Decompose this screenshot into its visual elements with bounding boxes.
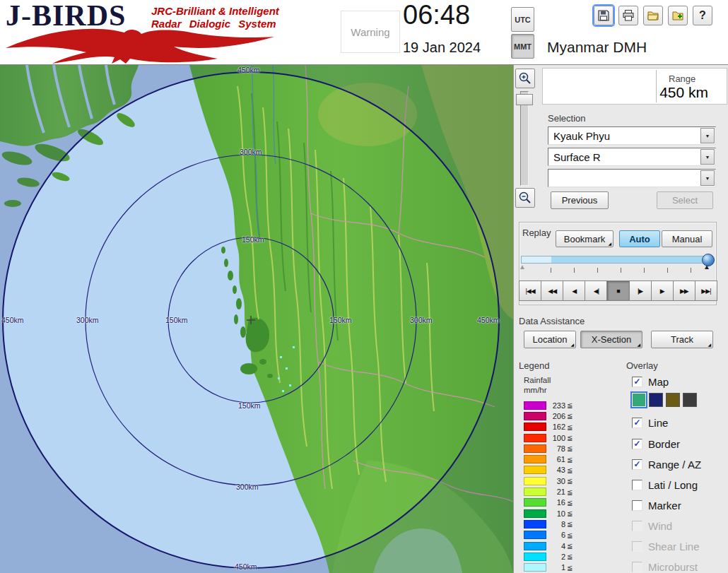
print-icon: [622, 9, 635, 22]
overlay-item-marker[interactable]: Marker: [632, 498, 681, 512]
overlay-item-microburst: Microburst: [632, 560, 698, 573]
checkbox-icon[interactable]: ✓: [632, 377, 642, 387]
chevron-down-icon[interactable]: ▼: [700, 128, 715, 143]
warning-label: Warning: [351, 26, 389, 38]
map-style-swatches: [632, 393, 700, 410]
x-section-button[interactable]: X-Section ◢: [580, 331, 642, 348]
warning-indicator: Warning: [341, 11, 400, 53]
legend-color-swatch: [524, 423, 546, 431]
range-ring-label: 300km: [410, 316, 433, 324]
auto-mode-button[interactable]: Auto: [619, 230, 660, 247]
overlay-item-line[interactable]: ✓Line: [632, 415, 668, 430]
transport-button-1[interactable]: ◀◀: [541, 280, 563, 301]
x-section-button-label: X-Section: [592, 334, 631, 345]
select-button[interactable]: Select: [657, 191, 713, 209]
legend-row: 21≦: [524, 486, 573, 497]
range-ring-label: 300km: [76, 316, 99, 324]
legend-row: 4≦: [524, 540, 573, 551]
data-assistance-label: Data Assistance: [519, 316, 585, 326]
checkbox-icon[interactable]: ✓: [632, 439, 642, 449]
transport-button-0[interactable]: |◀◀: [519, 280, 541, 301]
manual-mode-button[interactable]: Manual: [662, 230, 712, 247]
transport-button-4[interactable]: ■: [606, 280, 629, 301]
zoom-in-button[interactable]: [515, 69, 535, 88]
save-icon: [597, 9, 610, 22]
checkbox-icon[interactable]: ✓: [632, 459, 642, 470]
map-style-swatch[interactable]: [666, 393, 680, 407]
open-file-button[interactable]: [643, 6, 663, 25]
legend-value: 206: [548, 412, 565, 420]
transport-button-3[interactable]: ◀|: [585, 280, 607, 301]
zoom-slider-thumb[interactable]: [516, 94, 533, 105]
zoom-out-icon: [518, 191, 532, 205]
legend-rows: 233≦206≦162≦100≦78≦61≦43≦30≦21≦16≦10≦8≦6…: [524, 400, 573, 573]
overlay-item-label: Lati / Long: [648, 479, 698, 491]
zoom-in-icon: [518, 71, 532, 85]
zoom-slider-track[interactable]: [520, 91, 529, 186]
transport-button-8[interactable]: ▶▶|: [695, 280, 717, 301]
map-style-swatch[interactable]: [632, 393, 646, 407]
mmt-button[interactable]: MMT: [511, 34, 534, 59]
option-dropdown[interactable]: ▼: [548, 169, 716, 187]
transport-button-2[interactable]: ◀: [563, 280, 585, 301]
zoom-out-button[interactable]: [515, 188, 535, 208]
chevron-down-icon[interactable]: ▼: [700, 170, 715, 186]
radar-map-canvas[interactable]: 450km 300km 150km 150km 300km 450km 450k…: [0, 65, 513, 573]
legend-value: 8: [548, 520, 565, 528]
replay-slider-track[interactable]: [521, 256, 713, 264]
checkbox-icon[interactable]: [632, 480, 642, 490]
transport-buttons: |◀◀◀◀◀◀|■|▶▶▶▶▶▶|: [519, 280, 717, 301]
legend-row: 61≦: [524, 454, 573, 464]
legend-row: 10≦: [524, 508, 573, 519]
location-button[interactable]: Location ◢: [524, 331, 576, 348]
legend-color-swatch: [524, 455, 546, 463]
legend-value: 16: [548, 498, 565, 507]
product-dropdown[interactable]: Surface R ▼: [548, 148, 716, 166]
product-dropdown-value: Surface R: [553, 151, 601, 163]
transport-button-6[interactable]: ▶: [651, 280, 674, 301]
site-dropdown[interactable]: Kyauk Phyu ▼: [548, 126, 716, 145]
checkbox-icon[interactable]: ✓: [632, 418, 642, 428]
chevron-down-icon[interactable]: ▼: [700, 149, 715, 165]
help-button[interactable]: ?: [693, 6, 712, 25]
overlay-item-label: Marker: [648, 500, 681, 512]
track-button[interactable]: Track ◢: [651, 331, 713, 348]
legend-color-swatch: [524, 444, 546, 453]
overlay-item-lati-long[interactable]: Lati / Long: [632, 478, 698, 492]
overlay-item-map[interactable]: ✓Map: [632, 374, 669, 389]
legend-operator: ≦: [567, 423, 573, 431]
track-button-label: Track: [671, 334, 693, 345]
map-style-swatch[interactable]: [649, 393, 663, 407]
overlay-item-label: Range / AZ: [648, 459, 701, 471]
legend-color-swatch: [524, 434, 546, 442]
save-button[interactable]: [594, 6, 613, 25]
legend-color-swatch: [524, 509, 546, 518]
legend-operator: ≦: [567, 542, 573, 550]
overlay-label: Overlay: [626, 360, 658, 371]
export-button[interactable]: [668, 6, 688, 25]
overlay-item-border[interactable]: ✓Border: [632, 437, 680, 451]
print-button[interactable]: [618, 6, 638, 25]
legend-row: 30≦: [524, 475, 573, 486]
utc-button[interactable]: UTC: [511, 7, 534, 32]
checkbox-icon[interactable]: [632, 500, 642, 511]
bookmark-button[interactable]: Bookmark ◢: [556, 230, 613, 247]
legend-color-swatch: [524, 520, 546, 528]
map-style-swatch[interactable]: [683, 393, 697, 407]
export-icon: [671, 9, 684, 22]
overlay-item-range-az[interactable]: ✓Range / AZ: [632, 457, 701, 471]
range-ring-label: 450km: [237, 66, 260, 74]
help-icon: ?: [699, 9, 706, 22]
legend-operator: ≦: [567, 564, 573, 572]
divider: [656, 70, 657, 102]
legend-color-swatch: [524, 531, 546, 539]
replay-slider-ticks: [551, 268, 713, 273]
transport-button-7[interactable]: ▶▶: [673, 280, 695, 301]
legend-operator: ≦: [567, 499, 573, 507]
previous-button[interactable]: Previous: [551, 191, 609, 209]
legend-value: 2: [548, 553, 565, 561]
legend-operator: ≦: [567, 477, 573, 485]
checkbox-icon: [632, 562, 642, 572]
transport-button-5[interactable]: |▶: [629, 280, 652, 301]
legend-row: 2≦: [524, 551, 573, 562]
